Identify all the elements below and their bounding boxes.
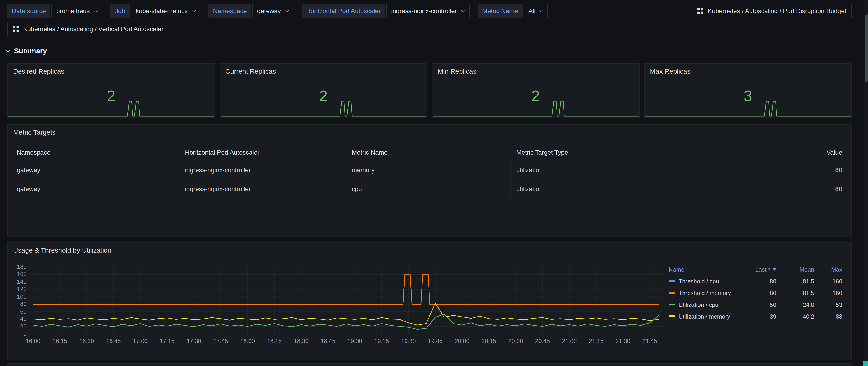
column-header-metric-target-type[interactable]: Metric Target Type (511, 144, 680, 160)
legend-last-value: 39 (742, 313, 776, 320)
table-cell: ingress-nginx-controller (180, 160, 346, 179)
x-axis-label: 16:00 (22, 337, 44, 344)
x-axis-label: 18:45 (317, 337, 339, 344)
legend-column-max[interactable]: Max (814, 266, 842, 273)
variable-label-data-source: Data source (7, 4, 51, 18)
panel-title[interactable]: Current Replicas (220, 64, 281, 79)
legend-column-last[interactable]: Last * (742, 266, 776, 273)
y-axis-label: 80 (8, 300, 27, 308)
variable-label-namespace: Namespace (209, 4, 251, 18)
y-axis-label: 160 (8, 271, 27, 278)
x-axis-label: 21:15 (585, 337, 608, 344)
table-cell: 80 (680, 160, 848, 179)
panel-title[interactable]: Usage & Threshold by Utilization (8, 243, 117, 258)
x-axis-label: 17:30 (183, 337, 205, 344)
legend-mean-value: 81.5 (776, 278, 814, 285)
panel-title[interactable]: Metric Targets (8, 125, 61, 140)
x-axis-label: 18:30 (290, 337, 312, 344)
section-title: Summary (14, 47, 47, 55)
legend-column-mean[interactable]: Mean (776, 266, 814, 273)
series-name-label: Utilization / cpu (679, 301, 718, 308)
x-axis-label: 20:00 (451, 337, 473, 344)
table-bottom-border (11, 198, 848, 198)
x-axis-label: 20:15 (477, 337, 500, 344)
x-axis-label: 16:45 (102, 337, 125, 344)
chevron-down-icon (94, 8, 98, 12)
y-axis-label: 100 (8, 293, 27, 300)
variable-dropdown-namespace[interactable]: gateway (252, 4, 293, 18)
x-axis-label: 16:15 (49, 337, 71, 344)
chevron-down-icon (539, 8, 544, 12)
next-panel-top-edge (7, 363, 852, 366)
x-axis-label: 17:45 (209, 337, 232, 344)
scrollbar-thumb[interactable] (865, 14, 868, 82)
dashboard-link-vertical-pod-autoscaler[interactable]: Kubernetes / Autoscaling / Vertical Pod … (7, 22, 169, 36)
apps-grid-icon (13, 26, 19, 32)
dashboard-link-pod-disruption-budget[interactable]: Kubernetes / Autoscaling / Pod Disruptio… (692, 4, 852, 18)
legend-last-value: 80 (742, 278, 776, 285)
panel-title[interactable]: Max Replicas (645, 64, 696, 79)
time-series-canvas[interactable] (33, 267, 662, 334)
y-axis-label: 20 (8, 323, 27, 330)
table-cell: gateway (11, 179, 180, 198)
x-axis-label: 19:15 (370, 337, 393, 344)
time-series-plot-area[interactable] (33, 267, 662, 334)
series-name-label: Threshold / memory (679, 290, 731, 296)
series-color-marker (669, 280, 675, 282)
stat-panel-desired-replicas: Desired Replicas 2 (7, 63, 215, 119)
legend-series-name[interactable]: Utilization / memory (669, 313, 742, 320)
variable-dropdown-hpa[interactable]: ingress-nginx-controller (386, 4, 469, 18)
legend-series-name[interactable]: Utilization / cpu (669, 301, 742, 308)
metric-targets-table: NamespaceHoritzontal Pod Autoscaler↑Metr… (11, 144, 848, 198)
legend-max-value: 160 (814, 278, 842, 285)
x-axis-label: 18:00 (236, 337, 259, 344)
variable-data-source: Data source prometheus (7, 4, 102, 18)
variable-value: gateway (257, 7, 281, 14)
stat-panel-current-replicas: Current Replicas 2 (219, 63, 427, 119)
x-axis-label: 18:15 (263, 337, 286, 344)
x-axis-label: 21:30 (612, 337, 634, 344)
panel-title[interactable]: Desired Replicas (8, 64, 70, 79)
x-axis-label: 21:00 (558, 337, 581, 344)
legend-series-name[interactable]: Threshold / memory (669, 290, 742, 296)
dashboard-controls-row-2: Kubernetes / Autoscaling / Vertical Pod … (7, 22, 169, 36)
chevron-down-icon (461, 8, 465, 12)
legend-max-value: 83 (814, 313, 842, 320)
stat-panel-min-replicas: Min Replicas 2 (432, 63, 640, 119)
series-color-marker (669, 292, 675, 294)
y-axis-label: 60 (8, 308, 27, 315)
legend-column-name[interactable]: Name (669, 266, 742, 273)
x-axis-label: 17:15 (156, 337, 178, 344)
apps-grid-icon (698, 8, 704, 14)
stat-sparkline (8, 99, 214, 118)
column-header-metric-name[interactable]: Metric Name (346, 144, 511, 160)
table-cell: memory (346, 160, 511, 179)
variable-value: All (528, 7, 535, 14)
panel-title[interactable]: Min Replicas (432, 64, 482, 79)
y-axis-label: 40 (8, 315, 27, 323)
x-axis-label: 19:30 (397, 337, 420, 344)
dashboard-controls-row-1: Data source prometheus Job kube-state-me… (7, 4, 852, 18)
x-axis: 16:0016:1516:3016:4517:0017:1517:3017:45… (33, 337, 662, 346)
chevron-down-icon (6, 47, 11, 53)
grafana-dashboard: Data source prometheus Job kube-state-me… (0, 0, 868, 366)
usage-threshold-panel: Usage & Threshold by Utilization 0204060… (7, 242, 852, 360)
variable-dropdown-metric-name[interactable]: All (524, 4, 548, 18)
column-header-horitzontal-pod-autoscaler[interactable]: Horitzontal Pod Autoscaler↑ (180, 144, 346, 160)
stat-sparkline (645, 99, 851, 118)
variable-dropdown-job[interactable]: kube-state-metrics (131, 4, 200, 18)
legend-series-name[interactable]: Threshold / cpu (669, 278, 742, 285)
variable-job: Job kube-state-metrics (111, 4, 200, 18)
column-header-value[interactable]: Value (680, 144, 848, 160)
page-scrollbar[interactable] (864, 0, 868, 366)
variable-dropdown-data-source[interactable]: prometheus (51, 4, 102, 18)
y-axis-label: 0 (8, 330, 27, 337)
section-row-summary[interactable]: Summary (6, 47, 47, 55)
variable-value: kube-state-metrics (135, 7, 188, 14)
x-axis-label: 20:30 (504, 337, 527, 344)
variable-value: ingress-nginx-controller (391, 7, 457, 14)
column-header-namespace[interactable]: Namespace (11, 144, 180, 160)
variable-value: prometheus (56, 7, 90, 14)
legend-max-value: 160 (814, 290, 842, 296)
legend-mean-value: 40.2 (776, 313, 814, 320)
